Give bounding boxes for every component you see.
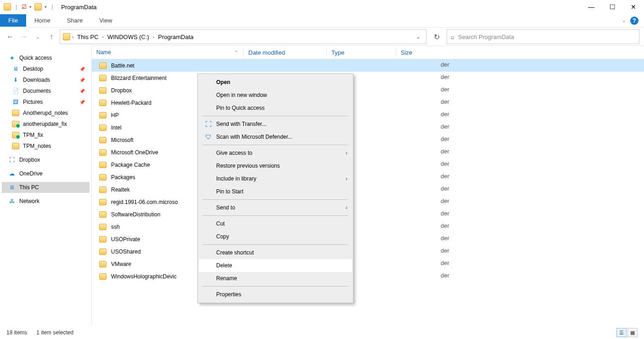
- breadcrumb-thispc[interactable]: This PC: [75, 33, 100, 41]
- column-size[interactable]: Size: [396, 46, 433, 59]
- maximize-button[interactable]: ☐: [602, 0, 623, 14]
- file-row[interactable]: HPder: [92, 109, 644, 121]
- view-large-icons-button[interactable]: ▦: [627, 328, 638, 337]
- ctx-copy[interactable]: Copy: [199, 230, 352, 243]
- file-row[interactable]: VMwareder: [92, 258, 644, 270]
- help-icon[interactable]: ?: [630, 17, 638, 25]
- file-row[interactable]: Realtekder: [92, 183, 644, 196]
- sidebar-thispc[interactable]: 🖥This PC: [2, 182, 90, 193]
- sidebar-anotherupd[interactable]: Anotherupd_notes: [2, 107, 90, 119]
- up-button[interactable]: ↑: [46, 31, 57, 42]
- address-dropdown-icon[interactable]: ⌄: [413, 34, 423, 40]
- file-row[interactable]: Battle.net der: [92, 59, 644, 72]
- tab-share[interactable]: Share: [59, 14, 91, 27]
- status-item-count: 18 items: [6, 329, 27, 336]
- folder-icon: [99, 124, 106, 131]
- ctx-open[interactable]: Open: [199, 76, 352, 89]
- file-row[interactable]: USOSharedder: [92, 245, 644, 258]
- close-button[interactable]: ✕: [623, 0, 644, 14]
- breadcrumb-folder[interactable]: ProgramData: [156, 33, 195, 41]
- address-bar-row: ← → ⌄ ↑ › This PC › WINDOWS (C:) › Progr…: [0, 28, 644, 46]
- ctx-pin-start[interactable]: Pin to Start: [199, 185, 352, 198]
- folder-icon: [99, 149, 106, 156]
- sidebar-tpm-notes[interactable]: TPM_notes: [2, 141, 90, 152]
- ribbon: File Home Share View ⌄ ?: [0, 14, 644, 28]
- back-button[interactable]: ←: [5, 31, 16, 42]
- app-icon: [4, 3, 11, 11]
- chevron-right-icon[interactable]: ›: [153, 34, 154, 40]
- sidebar-tpm-fix[interactable]: TPM_fix: [2, 130, 90, 141]
- view-details-button[interactable]: ☰: [616, 328, 627, 337]
- chevron-right-icon[interactable]: ›: [102, 34, 104, 40]
- tab-view[interactable]: View: [91, 14, 120, 27]
- address-bar[interactable]: › This PC › WINDOWS (C:) › ProgramData ⌄: [60, 29, 426, 44]
- sidebar-pictures[interactable]: 🖼Pictures📌: [2, 96, 90, 107]
- ctx-delete[interactable]: Delete: [199, 259, 352, 272]
- file-list: Name⌃ Date modified Type Size Battle.net…: [92, 46, 644, 326]
- refresh-button[interactable]: ↻: [429, 29, 444, 44]
- ctx-pin-quick-access[interactable]: Pin to Quick access: [199, 102, 352, 114]
- file-row[interactable]: Blizzard Entertainmentder: [92, 72, 644, 84]
- recent-locations-button[interactable]: ⌄: [32, 31, 43, 42]
- column-type[interactable]: Type: [327, 46, 396, 59]
- file-row[interactable]: Microsoftder: [92, 134, 644, 146]
- forward-button[interactable]: →: [18, 31, 29, 42]
- folder-icon: [12, 131, 19, 139]
- folder-icon: [99, 199, 106, 205]
- ctx-send-transfer[interactable]: ⛶Send with Transfer...: [199, 118, 352, 130]
- ctx-restore-previous[interactable]: Restore previous versions: [199, 159, 352, 172]
- ctx-open-new-window[interactable]: Open in new window: [199, 89, 352, 102]
- folder-icon: [12, 120, 19, 128]
- folder-icon: [99, 75, 106, 81]
- breadcrumb-drive[interactable]: WINDOWS (C:): [106, 33, 151, 41]
- desktop-icon: 🖥: [12, 65, 19, 73]
- ctx-give-access[interactable]: Give access to›: [199, 147, 352, 159]
- sidebar-anotherupdate-fix[interactable]: anotherupdate_fix: [2, 119, 90, 130]
- ctx-create-shortcut[interactable]: Create shortcut: [199, 246, 352, 259]
- sidebar-quickaccess[interactable]: ★Quick access: [2, 52, 90, 63]
- column-date[interactable]: Date modified: [244, 46, 326, 59]
- ctx-properties[interactable]: Properties: [199, 288, 352, 301]
- sidebar-onedrive[interactable]: ☁OneDrive: [2, 168, 90, 179]
- search-input[interactable]: ⌕ Search ProgramData: [447, 29, 639, 44]
- ribbon-expand-icon[interactable]: ⌄: [622, 18, 626, 23]
- qat-dropdown2-icon[interactable]: ▾: [45, 5, 47, 9]
- address-folder-icon: [63, 33, 70, 40]
- documents-icon: 📄: [12, 87, 19, 95]
- ctx-cut[interactable]: Cut: [199, 217, 352, 230]
- dropbox-icon: ⛶: [8, 156, 16, 164]
- qat-checkbox-icon[interactable]: ☑: [22, 4, 27, 10]
- chevron-right-icon[interactable]: ›: [72, 34, 73, 40]
- file-row[interactable]: Dropboxder: [92, 84, 644, 96]
- ctx-rename[interactable]: Rename: [199, 272, 352, 285]
- sidebar-network[interactable]: 🖧Network: [2, 196, 90, 207]
- sidebar-desktop[interactable]: 🖥Desktop📌: [2, 63, 90, 74]
- minimize-button[interactable]: ―: [581, 0, 602, 14]
- file-row[interactable]: WindowsHolographicDevicder: [92, 270, 644, 282]
- file-row[interactable]: Hewlett-Packardder: [92, 96, 644, 109]
- file-row[interactable]: Microsoft OneDriveder: [92, 146, 644, 158]
- tab-home[interactable]: Home: [26, 14, 59, 27]
- ctx-include-library[interactable]: Include in library›: [199, 172, 352, 185]
- file-row[interactable]: sshder: [92, 220, 644, 233]
- star-icon: ★: [8, 54, 16, 62]
- folder-icon: [99, 100, 106, 106]
- file-row[interactable]: regid.1991-06.com.microsoder: [92, 196, 644, 208]
- file-row[interactable]: SoftwareDistributionder: [92, 208, 644, 220]
- ctx-send-to[interactable]: Send to›: [199, 201, 352, 214]
- ctx-scan-defender[interactable]: 🛡Scan with Microsoft Defender...: [199, 130, 352, 143]
- sidebar-documents[interactable]: 📄Documents📌: [2, 85, 90, 96]
- status-bar: 18 items 1 item selected ☰ ▦: [0, 326, 644, 339]
- file-row[interactable]: USOPrivateder: [92, 233, 644, 245]
- navigation-pane: ★Quick access 🖥Desktop📌 ⬇Downloads📌 📄Doc…: [0, 46, 92, 326]
- folder-icon: [99, 249, 106, 255]
- context-menu: Open Open in new window Pin to Quick acc…: [197, 73, 353, 303]
- tab-file[interactable]: File: [0, 14, 26, 27]
- file-row[interactable]: Packagesder: [92, 171, 644, 183]
- file-row[interactable]: Package Cacheder: [92, 158, 644, 171]
- column-name[interactable]: Name⌃: [92, 46, 243, 59]
- sidebar-downloads[interactable]: ⬇Downloads📌: [2, 74, 90, 85]
- sidebar-dropbox[interactable]: ⛶Dropbox: [2, 154, 90, 165]
- qat-dropdown-icon[interactable]: ▾: [29, 5, 32, 9]
- file-row[interactable]: Intelder: [92, 121, 644, 134]
